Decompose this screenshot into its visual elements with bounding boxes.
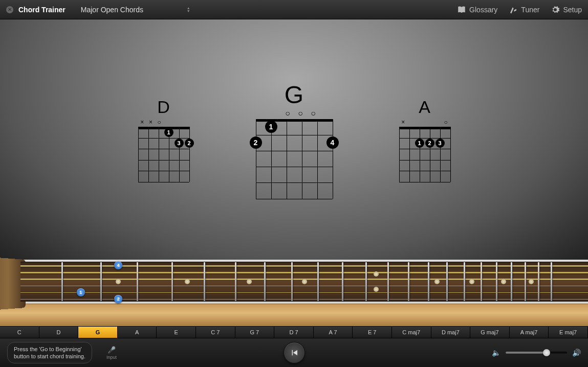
timeline-segment[interactable]: C — [0, 327, 39, 338]
transport-bar: Press the 'Go to Beginning' button to st… — [0, 338, 588, 367]
timeline-segment[interactable]: G 7 — [235, 327, 275, 338]
chord-stage: D ××○ 123 G ○○○ 124 A ×○ 123 — [0, 19, 588, 260]
finger-dot: 2 — [185, 139, 194, 148]
timeline-segment[interactable]: A maj7 — [510, 327, 549, 338]
chord-name: G — [256, 81, 333, 109]
timeline-segment[interactable]: D 7 — [274, 327, 314, 338]
timeline-segment[interactable]: D — [39, 327, 79, 338]
timeline-segment[interactable]: E — [157, 327, 196, 338]
volume-high-icon: 🔊 — [572, 349, 581, 357]
guitar-body — [0, 304, 588, 326]
top-toolbar: ✕ Chord Trainer Major Open Chords ▲▼ Glo… — [0, 0, 588, 19]
fretboard-view[interactable]: 124 — [0, 260, 588, 326]
finger-dot: 3 — [175, 139, 184, 148]
chord-center[interactable]: G ○○○ 124 — [256, 81, 333, 199]
chevron-updown-icon: ▲▼ — [187, 7, 190, 13]
glossary-label: Glossary — [469, 6, 497, 14]
chord-timeline: CDGAEC 7G 7D 7A 7E 7C maj7D maj7G maj7A … — [0, 326, 588, 338]
guitar-neck: 124 — [20, 262, 588, 302]
fretboard-finger-dot: 1 — [77, 288, 85, 296]
input-indicator[interactable]: 🎤 Input — [106, 346, 117, 360]
timeline-segment[interactable]: G — [78, 327, 118, 338]
chord-name: A — [399, 97, 450, 117]
chord-right[interactable]: A ×○ 123 — [399, 97, 450, 182]
glossary-button[interactable]: Glossary — [457, 5, 497, 14]
timeline-segment[interactable]: E maj7 — [549, 327, 588, 338]
hint-line2: button to start chord training. — [14, 353, 85, 359]
hint-bubble: Press the 'Go to Beginning' button to st… — [7, 342, 92, 364]
timeline-segment[interactable]: E 7 — [353, 327, 392, 338]
lesson-dropdown-label: Major Open Chords — [81, 6, 143, 14]
timeline-segment[interactable]: A 7 — [314, 327, 353, 338]
volume-control[interactable]: 🔈 🔊 — [492, 349, 581, 357]
timeline-segment[interactable]: C 7 — [196, 327, 235, 338]
chord-name: D — [138, 97, 189, 117]
tuner-icon — [509, 5, 518, 14]
gear-icon — [551, 5, 560, 14]
tuner-label: Tuner — [521, 6, 539, 14]
book-icon — [457, 5, 466, 14]
fretboard-finger-dot: 4 — [114, 261, 122, 269]
volume-slider[interactable] — [506, 352, 567, 354]
finger-dot: 3 — [435, 139, 445, 148]
volume-thumb[interactable] — [543, 349, 550, 356]
chord-diagram: ×○ 123 — [399, 119, 450, 182]
finger-dot: 1 — [164, 128, 173, 137]
setup-label: Setup — [563, 6, 582, 14]
tuner-button[interactable]: Tuner — [509, 5, 539, 14]
finger-dot: 1 — [265, 121, 277, 133]
finger-dot: 2 — [250, 136, 262, 149]
app-title: Chord Trainer — [18, 6, 66, 14]
hint-line1: Press the 'Go to Beginning' — [14, 346, 82, 352]
input-label: Input — [106, 355, 117, 360]
chord-diagram: ××○ 123 — [138, 119, 189, 182]
timeline-segment[interactable]: C maj7 — [392, 327, 431, 338]
volume-low-icon: 🔈 — [492, 349, 500, 357]
chord-left[interactable]: D ××○ 123 — [138, 97, 189, 182]
timeline-segment[interactable]: G maj7 — [470, 327, 510, 338]
fretboard-finger-dot: 2 — [114, 295, 122, 303]
chord-diagram: ○○○ 124 — [256, 109, 333, 199]
timeline-segment[interactable]: A — [118, 327, 157, 338]
lesson-dropdown[interactable]: Major Open Chords ▲▼ — [77, 4, 194, 15]
finger-dot: 4 — [326, 136, 339, 149]
close-icon[interactable]: ✕ — [6, 6, 13, 13]
finger-dot: 2 — [425, 139, 434, 148]
mic-icon: 🎤 — [106, 346, 117, 354]
go-to-beginning-button[interactable] — [284, 342, 305, 363]
setup-button[interactable]: Setup — [551, 5, 582, 14]
timeline-segment[interactable]: D maj7 — [431, 327, 471, 338]
finger-dot: 1 — [415, 139, 424, 148]
skip-start-icon — [290, 348, 299, 357]
